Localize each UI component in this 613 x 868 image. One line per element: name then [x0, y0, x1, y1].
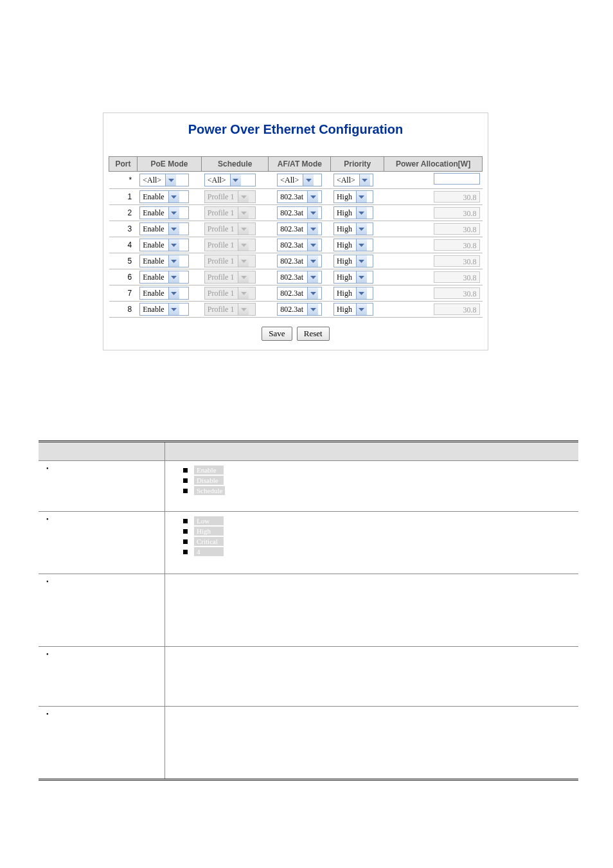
table-row: 1EnableProfile 1802.3atHigh30.8 [109, 189, 483, 205]
poe-mode-select-8-value: Enable [140, 303, 168, 315]
schedule-select-2-value: Profile 1 [205, 207, 238, 219]
schedule-select-6: Profile 1 [204, 271, 256, 284]
af-at-mode-select-4[interactable]: 802.3at [277, 239, 322, 251]
port-cell: 4 [109, 237, 138, 253]
priority-select-5[interactable]: High [333, 255, 373, 267]
priority-select-1-value: High [334, 191, 356, 203]
page-title: Power Over Ethernet Configuration [103, 113, 488, 156]
poe-mode-select-6[interactable]: Enable [139, 271, 189, 284]
af-at-mode-select-5[interactable]: 802.3at [277, 255, 322, 267]
schedule-select-5: Profile 1 [204, 255, 256, 267]
poe-mode-select-1[interactable]: Enable [139, 190, 189, 203]
af-at-mode-select-8[interactable]: 802.3at [277, 303, 322, 316]
port-cell: * [109, 172, 138, 189]
desc-header-row [39, 442, 578, 461]
priority-select-all[interactable]: <All> [333, 174, 373, 186]
svg-marker-21 [241, 260, 247, 263]
poe-mode-select-5[interactable]: Enable [139, 255, 189, 267]
poe-mode-select-2-value: Enable [140, 207, 168, 219]
priority-select-2[interactable]: High [333, 206, 373, 219]
power-alloc-input-8[interactable]: 30.8 [434, 303, 480, 315]
poe-mode-select-7[interactable]: Enable [139, 287, 189, 300]
chevron-down-icon [356, 191, 367, 203]
chevron-down-icon [356, 303, 367, 315]
table-row: 3EnableProfile 1802.3atHigh30.8 [109, 221, 483, 237]
svg-marker-18 [310, 244, 316, 247]
power-alloc-input-4[interactable]: 30.8 [434, 239, 480, 251]
chevron-down-icon [168, 303, 179, 315]
poe-table: Port PoE Mode Schedule AF/AT Mode Priori… [109, 156, 483, 318]
poe-mode-select-8[interactable]: Enable [139, 303, 189, 316]
table-row: 4EnableProfile 1802.3atHigh30.8 [109, 237, 483, 253]
af-at-mode-select-all-value: <All> [278, 174, 303, 186]
power-alloc-input-3[interactable]: 30.8 [434, 223, 480, 235]
af-at-mode-select-2[interactable]: 802.3at [277, 206, 322, 219]
svg-marker-1 [233, 179, 238, 182]
port-cell: 8 [109, 302, 138, 318]
priority-select-3[interactable]: High [333, 222, 373, 235]
svg-marker-6 [310, 195, 316, 199]
svg-marker-23 [359, 260, 364, 263]
poe-mode-select-1-value: Enable [140, 191, 168, 203]
priority-select-6[interactable]: High [333, 271, 373, 284]
svg-marker-8 [171, 212, 177, 215]
power-alloc-input-5[interactable]: 30.8 [434, 255, 480, 267]
save-button[interactable]: Save [262, 327, 292, 341]
schedule-select-1-value: Profile 1 [205, 191, 238, 203]
svg-marker-14 [310, 228, 316, 231]
schedule-select-all-value: <All> [205, 174, 230, 186]
af-at-mode-select-4-value: 802.3at [278, 239, 307, 251]
af-at-mode-select-6[interactable]: 802.3at [277, 271, 322, 284]
poe-mode-select-2[interactable]: Enable [139, 206, 189, 219]
desc-chip: Low [194, 516, 224, 525]
priority-select-4[interactable]: High [333, 239, 373, 251]
poe-mode-select-3[interactable]: Enable [139, 222, 189, 235]
desc-chip: Critical [194, 537, 224, 546]
svg-marker-31 [359, 292, 364, 295]
schedule-select-4-value: Profile 1 [205, 239, 238, 251]
square-bullet-icon [183, 539, 188, 544]
power-alloc-input-2[interactable]: 30.8 [434, 207, 480, 219]
reset-button[interactable]: Reset [297, 327, 330, 341]
priority-select-8-value: High [334, 303, 356, 315]
bullet-icon: • [44, 516, 55, 523]
power-alloc-input-6[interactable]: 30.8 [434, 271, 480, 283]
priority-select-7[interactable]: High [333, 287, 373, 300]
square-bullet-icon [183, 550, 188, 554]
desc-row: •PoE ModeEnableDisableSchedule [39, 461, 578, 512]
poe-mode-select-7-value: Enable [140, 287, 168, 299]
power-alloc-input-1[interactable]: 30.8 [434, 191, 480, 203]
schedule-select-3-value: Profile 1 [205, 223, 238, 235]
schedule-select-all[interactable]: <All> [204, 174, 256, 186]
poe-mode-select-all[interactable]: <All> [139, 174, 189, 186]
priority-select-1[interactable]: High [333, 190, 373, 203]
chevron-down-icon [359, 174, 370, 186]
poe-mode-select-3-value: Enable [140, 223, 168, 235]
svg-marker-27 [359, 276, 364, 279]
table-row: 7EnableProfile 1802.3atHigh30.8 [109, 285, 483, 302]
priority-select-4-value: High [334, 239, 356, 251]
priority-select-8[interactable]: High [333, 303, 373, 316]
svg-marker-26 [310, 276, 316, 279]
chevron-down-icon [230, 174, 241, 186]
af-at-mode-select-3[interactable]: 802.3at [277, 222, 322, 235]
power-alloc-input-all[interactable] [434, 173, 480, 185]
af-at-mode-select-7[interactable]: 802.3at [277, 287, 322, 300]
af-at-mode-select-2-value: 802.3at [278, 207, 307, 219]
svg-marker-13 [241, 228, 247, 231]
svg-marker-2 [306, 179, 312, 182]
port-cell: 2 [109, 205, 138, 221]
square-bullet-icon [183, 478, 188, 483]
col-poe-mode: PoE Mode [137, 157, 202, 172]
af-at-mode-select-1[interactable]: 802.3at [277, 190, 322, 203]
power-alloc-input-7[interactable]: 30.8 [434, 287, 480, 299]
poe-mode-select-6-value: Enable [140, 271, 168, 283]
priority-select-6-value: High [334, 271, 356, 283]
af-at-mode-select-all[interactable]: <All> [277, 174, 322, 186]
chevron-down-icon [356, 207, 367, 219]
chevron-down-icon [168, 255, 179, 267]
svg-marker-4 [171, 195, 177, 199]
schedule-select-3: Profile 1 [204, 222, 256, 235]
poe-mode-select-4[interactable]: Enable [139, 239, 189, 251]
svg-marker-16 [171, 244, 177, 247]
